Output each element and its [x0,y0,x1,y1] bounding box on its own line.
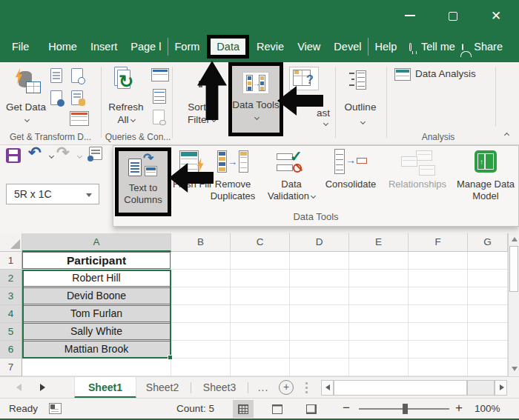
undo-dropdown-icon[interactable] [49,153,54,159]
name-box[interactable]: 5R x 1C [6,184,99,204]
tab-formulas[interactable]: Form [168,36,207,57]
scroll-down-icon[interactable] [512,367,518,371]
consolidate-button[interactable]: → Consolidate [324,147,377,216]
cell[interactable] [231,287,290,305]
cell[interactable] [409,252,468,270]
refresh-all-button[interactable]: ↻ Refresh All [104,65,148,139]
properties-icon[interactable] [153,89,166,104]
cell[interactable] [468,323,508,341]
get-data-button[interactable]: Get Data [4,65,47,139]
row-header[interactable]: 3 [0,287,22,305]
row-header[interactable]: 6 [0,341,22,359]
tab-file[interactable]: File [0,36,41,57]
row-header[interactable]: 2 [0,270,22,287]
data-analysis-button[interactable]: Data Analysis [394,67,491,83]
name-box-dropdown-icon[interactable] [86,193,92,197]
cell[interactable] [468,359,508,376]
view-normal-button[interactable] [233,400,254,418]
cell[interactable] [349,287,409,305]
sheet-tab-sheet2[interactable]: Sheet2 [136,377,188,399]
cell[interactable] [290,252,349,270]
tab-home[interactable]: Home [42,36,84,57]
cell[interactable] [468,270,508,287]
row-header[interactable]: 1 [0,252,22,270]
forecast-sheet-icon[interactable]: ? [289,67,319,90]
save-button[interactable] [6,148,21,163]
cell[interactable] [468,252,508,270]
cell[interactable] [468,305,508,323]
tab-help[interactable]: Help [368,36,404,57]
cell[interactable] [171,270,231,287]
cell[interactable] [171,305,231,323]
cell[interactable] [290,341,349,359]
macro-record-icon[interactable] [49,403,62,414]
tab-developer[interactable]: Devel [327,36,368,57]
cell[interactable] [290,287,349,305]
row-header[interactable]: 7 [0,359,22,376]
minimize-button[interactable] [400,6,420,25]
cell[interactable] [290,359,349,376]
cell[interactable] [22,359,171,376]
cell[interactable] [468,341,508,359]
cell[interactable] [171,323,231,341]
tab-review[interactable]: Revie [250,36,291,57]
manage-data-model-button[interactable]: ↑ Manage Data Model [453,147,518,216]
cell[interactable] [231,252,290,270]
cell[interactable] [231,305,290,323]
cell-a6[interactable]: Mattian Brook [22,341,171,359]
tab-insert[interactable]: Insert [84,36,124,57]
cell[interactable] [409,341,468,359]
maximize-button[interactable] [443,7,463,26]
view-page-break-button[interactable] [301,400,322,418]
text-to-columns-button[interactable]: ↷ Text to Columns [115,147,171,216]
cell[interactable] [468,287,508,305]
cell-a4[interactable]: Tom Furlan [22,305,171,323]
share-button[interactable]: Share [467,36,519,57]
zoom-in-button[interactable]: + [455,401,463,416]
tell-me-button[interactable]: Tell me [414,36,462,57]
tab-data[interactable]: Data [207,35,249,59]
data-validation-button[interactable]: ✓ Data Validation [260,147,323,216]
column-header-g[interactable]: G [468,233,508,252]
sheet-tab-sheet3[interactable]: Sheet3 [194,377,245,399]
zoom-out-button[interactable]: − [343,401,350,416]
scroll-up-icon[interactable] [512,237,518,241]
cell-a1[interactable]: Participant [22,252,171,270]
row-header[interactable]: 5 [0,323,22,341]
from-file-icon[interactable] [50,68,62,83]
cell[interactable] [290,323,349,341]
cell-a2[interactable]: Robert Hill [22,270,171,287]
view-page-layout-button[interactable] [267,400,288,418]
cell[interactable] [349,323,409,341]
cell[interactable] [231,341,290,359]
hscroll-right-button[interactable] [495,380,507,396]
cell-a3[interactable]: Devid Boone [22,287,171,305]
cell[interactable] [409,305,468,323]
queries-connections-icon[interactable] [151,68,169,81]
cell[interactable] [349,252,409,270]
sheet-nav-right-icon[interactable] [40,384,45,391]
column-header-b[interactable]: B [171,233,231,252]
cell[interactable] [349,359,409,376]
sheet-overflow-button[interactable]: ... [252,377,274,399]
tab-view[interactable]: View [291,36,327,57]
cell[interactable] [409,287,468,305]
cell[interactable] [231,359,290,376]
column-header-e[interactable]: E [349,233,409,252]
sheet-tab-sheet1[interactable]: Sheet1 [74,377,136,399]
column-header-c[interactable]: C [231,233,290,252]
cell[interactable] [231,270,290,287]
tab-page-layout[interactable]: Page l [124,36,168,57]
from-database-icon[interactable] [71,90,83,105]
cell[interactable] [171,252,231,270]
cell[interactable] [171,359,231,376]
vertical-scrollbar[interactable] [508,233,519,376]
cell-a5[interactable]: Sally White [22,323,171,341]
outline-button[interactable]: Outline [341,65,380,139]
redo-button[interactable]: ↷ [56,144,70,161]
collapse-ribbon-icon[interactable] [504,133,509,138]
data-tools-ribbon-button[interactable]: → Data Tools [228,62,283,136]
redo-dropdown-icon[interactable] [77,153,82,159]
cell[interactable] [290,305,349,323]
splitter-dots-icon[interactable] [305,382,308,384]
